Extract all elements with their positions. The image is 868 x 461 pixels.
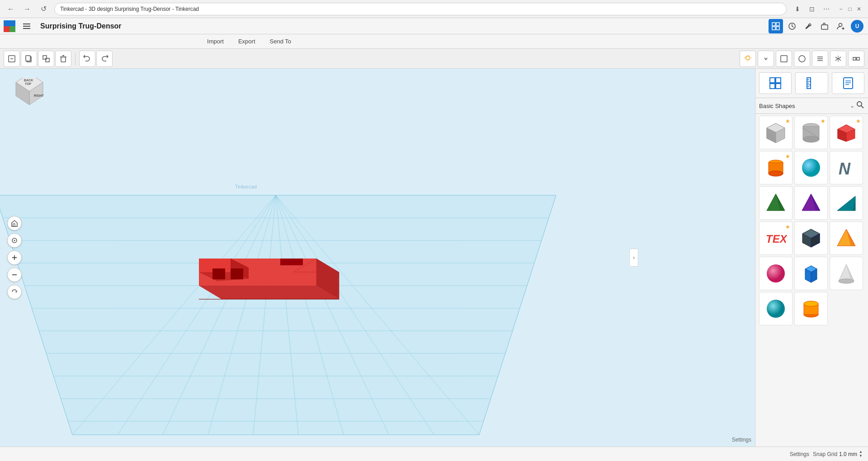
- window-controls: − □ ✕: [837, 5, 863, 13]
- import-button[interactable]: Import: [200, 36, 231, 47]
- shape-wedge-teal[interactable]: [830, 186, 863, 220]
- svg-text:TEXT: TEXT: [766, 233, 787, 245]
- shape-grid: ★ ★: [755, 114, 868, 447]
- grid-view-button[interactable]: [769, 19, 783, 33]
- snap-up-button[interactable]: ▲: [859, 450, 863, 454]
- duplicate-button[interactable]: [38, 51, 54, 67]
- collapse-sidebar-button[interactable]: ›: [629, 249, 638, 267]
- back-button[interactable]: ←: [5, 4, 16, 14]
- svg-marker-62: [294, 259, 339, 299]
- redo-button[interactable]: [96, 51, 113, 67]
- shape-sphere-blue[interactable]: [794, 151, 828, 184]
- send-to-button[interactable]: Send To: [263, 36, 298, 47]
- star-icon: ★: [785, 224, 790, 230]
- left-controls: [7, 216, 22, 299]
- hamburger-menu[interactable]: [20, 20, 33, 33]
- shape-box-red[interactable]: ★: [830, 116, 863, 149]
- settings-text: Settings: [732, 437, 751, 443]
- copy-button[interactable]: [21, 51, 37, 67]
- minimize-button[interactable]: −: [837, 5, 844, 13]
- nav-cube[interactable]: RIGHT BACK TOP: [9, 78, 50, 118]
- svg-line-91: [861, 106, 863, 108]
- shape-pyramid-yellow[interactable]: [830, 221, 863, 255]
- shape-cube-dark[interactable]: [794, 221, 828, 255]
- fit-view-button[interactable]: [7, 233, 22, 248]
- shape-letter-n[interactable]: N: [830, 151, 863, 184]
- group-button[interactable]: [848, 51, 864, 67]
- viewport[interactable]: Tinkercad RIGHT BAC: [0, 69, 755, 447]
- logo-tl: [4, 20, 9, 26]
- second-toolbar: [0, 49, 868, 69]
- more-button[interactable]: ⋯: [821, 4, 832, 14]
- new-button[interactable]: [4, 51, 20, 67]
- briefcase-button[interactable]: [817, 19, 832, 33]
- shape-box-grey[interactable]: ★: [759, 116, 793, 149]
- svg-rect-8: [821, 25, 828, 29]
- close-button[interactable]: ✕: [855, 5, 863, 13]
- search-button[interactable]: [856, 101, 864, 111]
- rotate-view-button[interactable]: [7, 285, 22, 299]
- shape-orange-cylinder[interactable]: [794, 292, 828, 325]
- shape-text-red[interactable]: TEXT ★: [759, 221, 793, 255]
- header-right: U: [769, 19, 864, 33]
- home-view-button[interactable]: [7, 216, 22, 230]
- shape-cylinder-orange[interactable]: ★: [759, 151, 793, 184]
- align-button[interactable]: [812, 51, 828, 67]
- svg-point-72: [14, 240, 15, 241]
- delete-button[interactable]: [55, 51, 71, 67]
- shape-cylinder-grey[interactable]: ★: [794, 116, 828, 149]
- viewport-grid: Tinkercad: [0, 69, 755, 447]
- light-dropdown[interactable]: [758, 51, 774, 67]
- shape-pyramid-purple[interactable]: [794, 186, 828, 220]
- grid-view-icon[interactable]: [759, 72, 792, 94]
- zoom-in-button[interactable]: [7, 250, 22, 265]
- shape-sphere-pink[interactable]: [759, 257, 793, 290]
- svg-rect-4: [776, 23, 779, 26]
- forward-button[interactable]: →: [22, 4, 33, 14]
- ruler-icon[interactable]: [795, 72, 828, 94]
- cast-button[interactable]: ⊡: [807, 4, 817, 14]
- action-bar: Import Export Send To: [0, 34, 868, 49]
- circle-button[interactable]: [794, 51, 810, 67]
- search-input[interactable]: Basic Shapes: [759, 103, 848, 109]
- zoom-out-button[interactable]: [7, 268, 22, 282]
- svg-line-51: [276, 195, 479, 435]
- shape-row-1: ★ ★: [759, 116, 864, 149]
- svg-point-90: [857, 102, 862, 106]
- history-button[interactable]: [785, 19, 799, 33]
- profile-button[interactable]: U: [850, 19, 864, 33]
- svg-line-45: [208, 195, 276, 435]
- mirror-button[interactable]: [830, 51, 846, 67]
- light-button[interactable]: [740, 51, 756, 67]
- download-button[interactable]: ⬇: [792, 4, 803, 14]
- export-button[interactable]: Export: [231, 36, 263, 47]
- shape-row-5: [759, 257, 864, 290]
- notes-icon[interactable]: [832, 72, 864, 94]
- shape-cone-silver[interactable]: [830, 257, 863, 290]
- svg-rect-0: [23, 24, 30, 24]
- tools-button[interactable]: [801, 19, 816, 33]
- shape-pyramid-green[interactable]: [759, 186, 793, 220]
- browser-bar: ← → ↺ Tinkercad - 3D design Surprising T…: [0, 0, 868, 18]
- shape-teal-sphere[interactable]: [759, 292, 793, 325]
- svg-text:BACK: BACK: [24, 79, 33, 82]
- shape-box-blue[interactable]: [794, 257, 828, 290]
- svg-point-128: [767, 300, 785, 318]
- shape-row-3: [759, 186, 864, 220]
- svg-marker-52: [199, 259, 316, 286]
- shape-row-2: ★: [759, 151, 864, 184]
- undo-button[interactable]: [79, 51, 95, 67]
- star-icon: ★: [856, 118, 861, 124]
- reload-button[interactable]: ↺: [38, 4, 49, 14]
- snap-down-button[interactable]: ▼: [859, 454, 863, 458]
- add-user-button[interactable]: [834, 19, 848, 33]
- svg-marker-60: [280, 259, 303, 265]
- maximize-button[interactable]: □: [846, 5, 854, 13]
- url-bar[interactable]: Tinkercad - 3D design Surprising Trug-De…: [54, 3, 787, 15]
- design-title: Surprising Trug-Densor: [40, 22, 122, 30]
- shape-row-6: [759, 292, 864, 325]
- dropdown-button[interactable]: ⌄: [850, 103, 854, 109]
- shape-button[interactable]: [776, 51, 792, 67]
- 3d-model[interactable]: [199, 259, 339, 299]
- settings-button[interactable]: Settings: [790, 451, 809, 457]
